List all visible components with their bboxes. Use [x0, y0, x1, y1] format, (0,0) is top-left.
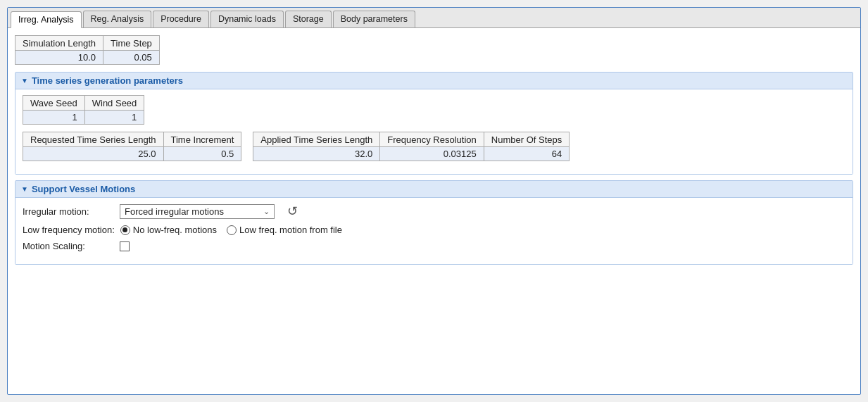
motion-scaling-label: Motion Scaling:	[23, 241, 114, 251]
time-step-value[interactable]: 0.05	[103, 51, 160, 65]
applied-length-value[interactable]: 32.0	[253, 147, 380, 161]
wind-seed-header: Wind Seed	[84, 96, 144, 111]
sim-length-header: Simulation Length	[15, 36, 103, 51]
dropdown-chevron-icon: ⌄	[263, 207, 270, 216]
req-increment-value[interactable]: 0.5	[163, 147, 241, 161]
tab-storage[interactable]: Storage	[285, 11, 332, 27]
freq-resolution-header: Frequency Resolution	[380, 132, 484, 147]
low-freq-label: Low frequency motion:	[23, 225, 115, 235]
motion-scaling-row: Motion Scaling:	[23, 241, 845, 251]
low-freq-radio-group: No low-freq. motions Low freq. motion fr…	[120, 225, 342, 235]
motion-scaling-checkbox[interactable]	[120, 241, 130, 251]
irregular-motion-value: Forced irregular motions	[125, 206, 224, 217]
radio-no-low-freq-circle	[120, 225, 130, 235]
requested-table: Requested Time Series Length Time Increm…	[23, 132, 241, 161]
tab-body-parameters[interactable]: Body parameters	[333, 11, 415, 27]
wave-seed-value[interactable]: 1	[23, 111, 85, 125]
tab-irreg-analysis[interactable]: Irreg. Analysis	[11, 11, 82, 28]
num-steps-value[interactable]: 64	[484, 147, 569, 161]
applied-table: Applied Time Series Length Frequency Res…	[253, 132, 570, 161]
irregular-motion-row: Irregular motion: Forced irregular motio…	[23, 203, 845, 219]
time-step-header: Time Step	[103, 36, 160, 51]
sim-length-value[interactable]: 10.0	[15, 51, 103, 65]
tab-content: Simulation Length Time Step 10.0 0.05 ▼ …	[8, 28, 860, 277]
radio-low-freq-file-circle	[227, 225, 237, 235]
sim-table: Simulation Length Time Step 10.0 0.05	[15, 35, 160, 65]
irregular-motion-label: Irregular motion:	[23, 206, 114, 217]
time-series-section-body: Wave Seed Wind Seed 1 1	[15, 89, 853, 174]
tab-reg-analysis[interactable]: Reg. Analysis	[83, 11, 152, 27]
radio-no-low-freq[interactable]: No low-freq. motions	[120, 225, 217, 235]
applied-length-header: Applied Time Series Length	[253, 132, 380, 147]
wind-seed-value[interactable]: 1	[84, 111, 144, 125]
low-freq-motion-row: Low frequency motion: No low-freq. motio…	[23, 225, 845, 235]
support-vessel-section: ▼ Support Vessel Motions Irregular motio…	[15, 180, 853, 265]
support-vessel-section-body: Irregular motion: Forced irregular motio…	[15, 198, 853, 264]
support-vessel-section-title: Support Vessel Motions	[32, 184, 135, 194]
wave-seed-header: Wave Seed	[23, 96, 85, 111]
collapse-triangle-icon-2: ▼	[21, 185, 28, 193]
time-series-section-header[interactable]: ▼ Time series generation parameters	[15, 73, 853, 89]
radio-low-freq-file[interactable]: Low freq. motion from file	[227, 225, 342, 235]
tab-dynamic-loads[interactable]: Dynamic loads	[210, 11, 284, 27]
req-length-header: Requested Time Series Length	[23, 132, 164, 147]
tab-bar: Irreg. Analysis Reg. Analysis Procedure …	[8, 8, 860, 28]
time-series-section: ▼ Time series generation parameters Wave…	[15, 72, 853, 175]
collapse-triangle-icon: ▼	[21, 77, 28, 84]
freq-resolution-value[interactable]: 0.03125	[380, 147, 484, 161]
num-steps-header: Number Of Steps	[484, 132, 569, 147]
time-series-tables-row: Requested Time Series Length Time Increm…	[23, 132, 845, 167]
main-window: Irreg. Analysis Reg. Analysis Procedure …	[7, 7, 861, 395]
support-vessel-section-header[interactable]: ▼ Support Vessel Motions	[15, 181, 853, 198]
req-length-value[interactable]: 25.0	[23, 147, 164, 161]
tab-procedure[interactable]: Procedure	[153, 11, 209, 27]
seeds-table: Wave Seed Wind Seed 1 1	[23, 95, 144, 125]
irregular-motion-dropdown[interactable]: Forced irregular motions ⌄	[120, 204, 275, 219]
req-increment-header: Time Increment	[163, 132, 241, 147]
radio-low-freq-file-label: Low freq. motion from file	[239, 225, 342, 235]
time-series-section-title: Time series generation parameters	[32, 75, 183, 86]
cursor-icon: ↺	[287, 203, 298, 219]
radio-no-low-freq-label: No low-freq. motions	[133, 225, 217, 235]
